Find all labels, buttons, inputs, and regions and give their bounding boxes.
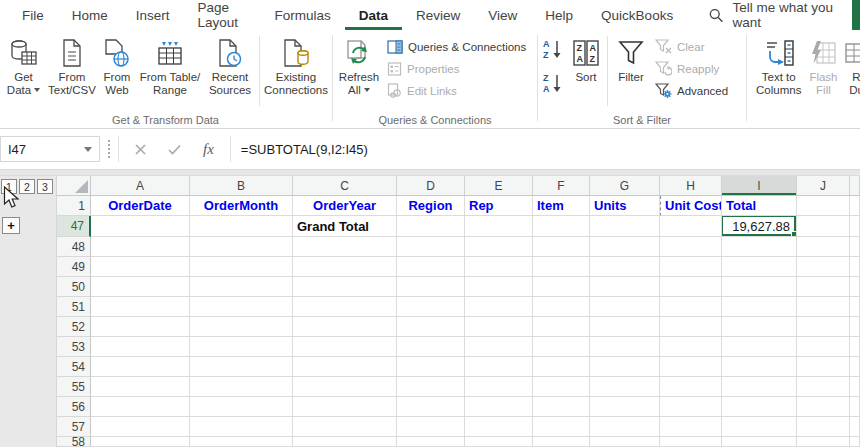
cell-A48[interactable] xyxy=(91,237,190,257)
cell-D54[interactable] xyxy=(397,357,465,377)
row-header-58[interactable]: 58 xyxy=(57,437,91,447)
flash-fill-button[interactable]: FlashFill xyxy=(809,30,837,97)
cell-E51[interactable] xyxy=(465,297,533,317)
reapply-filter-button[interactable]: Reapply xyxy=(652,59,731,78)
tell-me-search[interactable]: Tell me what you want xyxy=(709,0,860,30)
cell-B56[interactable] xyxy=(190,397,293,417)
row-header-48[interactable]: 48 xyxy=(57,237,91,257)
filter-button[interactable]: Filter xyxy=(610,30,652,84)
cell-B50[interactable] xyxy=(190,277,293,297)
row-header-1[interactable]: 1 xyxy=(57,196,91,216)
cell-F53[interactable] xyxy=(533,337,590,357)
cell-G47[interactable] xyxy=(590,216,660,237)
cell-I54[interactable] xyxy=(722,357,797,377)
tab-review[interactable]: Review xyxy=(402,0,474,30)
cell-F49[interactable] xyxy=(533,257,590,277)
outline-level-button-2[interactable]: 2 xyxy=(19,179,35,194)
column-header-F[interactable]: F xyxy=(533,176,590,196)
from-table-range-button[interactable]: From Table/Range xyxy=(137,30,203,97)
cell-C47[interactable]: Grand Total xyxy=(293,216,397,237)
cell-A47[interactable] xyxy=(91,216,190,237)
cell-F47[interactable] xyxy=(533,216,590,237)
from-web-button[interactable]: FromWeb xyxy=(97,30,137,97)
cell-H51[interactable] xyxy=(660,297,722,317)
column-header-D[interactable]: D xyxy=(397,176,465,196)
cell-edge51[interactable] xyxy=(850,297,860,317)
cell-B53[interactable] xyxy=(190,337,293,357)
cell-F1[interactable]: Item xyxy=(533,196,590,216)
cell-J48[interactable] xyxy=(797,237,850,257)
tab-data[interactable]: Data xyxy=(345,0,402,30)
column-header-I[interactable]: I xyxy=(722,176,797,196)
cell-A50[interactable] xyxy=(91,277,190,297)
cell-edge57[interactable] xyxy=(850,417,860,437)
cell-G48[interactable] xyxy=(590,237,660,257)
cell-D57[interactable] xyxy=(397,417,465,437)
cell-D1[interactable]: Region xyxy=(397,196,465,216)
cell-C48[interactable] xyxy=(293,237,397,257)
column-header-E[interactable]: E xyxy=(465,176,533,196)
tab-formulas[interactable]: Formulas xyxy=(261,0,345,30)
cell-edge53[interactable] xyxy=(850,337,860,357)
cell-G1[interactable]: Units xyxy=(590,196,660,216)
formula-input[interactable]: =SUBTOTAL(9,I2:I45) xyxy=(231,142,860,157)
cell-E58[interactable] xyxy=(465,437,533,447)
cell-J51[interactable] xyxy=(797,297,850,317)
row-header-50[interactable]: 50 xyxy=(57,277,91,297)
cell-A56[interactable] xyxy=(91,397,190,417)
cell-edge54[interactable] xyxy=(850,357,860,377)
cell-I57[interactable] xyxy=(722,417,797,437)
select-all-corner[interactable] xyxy=(57,176,91,196)
cell-C51[interactable] xyxy=(293,297,397,317)
cell-C54[interactable] xyxy=(293,357,397,377)
from-text-csv-button[interactable]: FromText/CSV xyxy=(47,30,97,97)
cell-C49[interactable] xyxy=(293,257,397,277)
cell-edge1[interactable] xyxy=(850,196,860,216)
cell-A52[interactable] xyxy=(91,317,190,337)
cell-E57[interactable] xyxy=(465,417,533,437)
cell-G50[interactable] xyxy=(590,277,660,297)
cell-B52[interactable] xyxy=(190,317,293,337)
cell-E52[interactable] xyxy=(465,317,533,337)
cell-I50[interactable] xyxy=(722,277,797,297)
tab-quickbooks[interactable]: QuickBooks xyxy=(587,0,687,30)
queries-connections-button[interactable]: Queries & Connections xyxy=(384,37,529,56)
outline-level-button-3[interactable]: 3 xyxy=(37,179,53,194)
cell-G55[interactable] xyxy=(590,377,660,397)
cell-G57[interactable] xyxy=(590,417,660,437)
cell-F56[interactable] xyxy=(533,397,590,417)
row-header-55[interactable]: 55 xyxy=(57,377,91,397)
cell-D52[interactable] xyxy=(397,317,465,337)
row-header-47[interactable]: 47 xyxy=(57,216,91,237)
name-box[interactable]: I47 xyxy=(0,136,100,162)
row-header-53[interactable]: 53 xyxy=(57,337,91,357)
cell-D56[interactable] xyxy=(397,397,465,417)
cell-C58[interactable] xyxy=(293,437,397,447)
row-header-49[interactable]: 49 xyxy=(57,257,91,277)
cell-G52[interactable] xyxy=(590,317,660,337)
tab-home[interactable]: Home xyxy=(58,0,122,30)
cell-edge52[interactable] xyxy=(850,317,860,337)
advanced-filter-button[interactable]: Advanced xyxy=(652,81,731,100)
cell-D51[interactable] xyxy=(397,297,465,317)
cell-J57[interactable] xyxy=(797,417,850,437)
cell-I49[interactable] xyxy=(722,257,797,277)
column-header-B[interactable]: B xyxy=(190,176,293,196)
cell-E53[interactable] xyxy=(465,337,533,357)
cell-F58[interactable] xyxy=(533,437,590,447)
cell-F55[interactable] xyxy=(533,377,590,397)
cell-J54[interactable] xyxy=(797,357,850,377)
cell-H49[interactable] xyxy=(660,257,722,277)
cell-H1[interactable]: Unit Cost xyxy=(660,196,722,216)
cell-F54[interactable] xyxy=(533,357,590,377)
cell-B55[interactable] xyxy=(190,377,293,397)
cell-A58[interactable] xyxy=(91,437,190,447)
cell-D55[interactable] xyxy=(397,377,465,397)
enter-icon[interactable] xyxy=(168,144,181,155)
cell-H53[interactable] xyxy=(660,337,722,357)
cell-G53[interactable] xyxy=(590,337,660,357)
cell-E56[interactable] xyxy=(465,397,533,417)
cell-J53[interactable] xyxy=(797,337,850,357)
get-data-button[interactable]: Get Data xyxy=(0,30,47,97)
cell-I48[interactable] xyxy=(722,237,797,257)
